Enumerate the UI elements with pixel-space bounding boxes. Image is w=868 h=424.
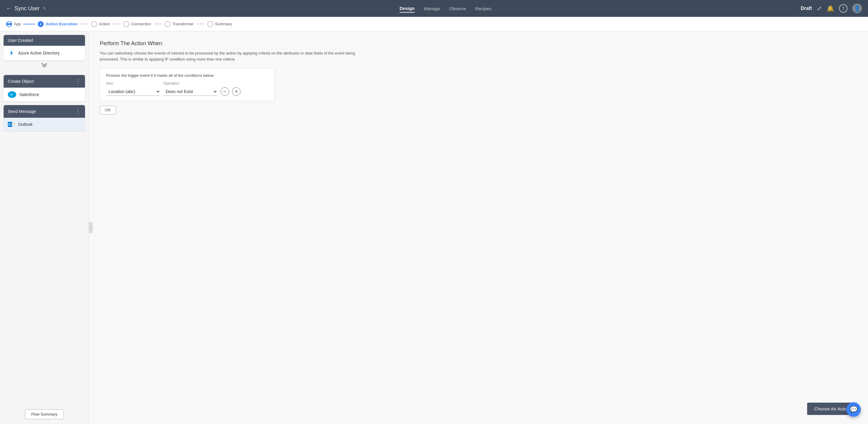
step-app-label: App — [14, 22, 21, 26]
tab-recipes[interactable]: Recipes — [475, 5, 492, 12]
create-object-card: Create Object ⋮ SF Salesforce — [4, 75, 85, 101]
step-action-execution[interactable]: ● Action Execution — [38, 21, 78, 27]
create-object-body[interactable]: SF Salesforce — [4, 88, 85, 101]
app-title: Sync User — [14, 5, 39, 12]
azure-icon — [8, 50, 15, 57]
tab-observe[interactable]: Observe — [449, 5, 466, 12]
create-object-title: Create Object — [8, 79, 34, 84]
back-button[interactable]: ← — [6, 5, 11, 12]
step-connection-circle — [123, 21, 129, 27]
content-description: You can selectively choose the events of… — [100, 50, 371, 62]
edit-icon[interactable]: ✎ — [42, 6, 46, 11]
tab-manage[interactable]: Manage — [424, 5, 440, 12]
send-message-body[interactable]: O Outlook — [4, 118, 85, 131]
or-button[interactable]: OR — [100, 106, 116, 115]
step-summary-label: Summary — [215, 22, 232, 26]
user-avatar[interactable]: 👤 — [852, 4, 862, 13]
chat-icon: 💬 — [849, 405, 858, 414]
draft-status: Draft — [801, 6, 812, 11]
trigger-card: User Created Azure Active Directory — [4, 35, 85, 60]
remove-condition-button[interactable]: − — [221, 87, 229, 96]
operation-label: Operation — [163, 81, 218, 86]
step-bar: App ● Action Execution Action Connection… — [0, 17, 868, 31]
salesforce-icon: SF — [8, 91, 16, 98]
condition-intro: Process the trigger event if it meets al… — [106, 73, 268, 78]
operation-select[interactable]: Does not Exist Exists Equals Not Equals … — [163, 88, 218, 96]
step-ae-label: Action Execution — [45, 22, 78, 26]
svg-text:O: O — [8, 123, 10, 126]
step-line-1 — [23, 24, 35, 24]
trigger-card-text: Azure Active Directory — [18, 51, 60, 56]
step-dots-4 — [155, 23, 161, 25]
step-summary-circle — [207, 21, 213, 27]
condition-labels: Item Operation — [106, 81, 268, 86]
content-title: Perform The Action When: — [100, 40, 857, 47]
send-message-text: Outlook — [18, 122, 33, 127]
chat-bubble[interactable]: 💬 — [846, 402, 861, 417]
create-object-menu[interactable]: ⋮ — [75, 78, 81, 85]
create-object-header: Create Object ⋮ — [4, 75, 85, 88]
step-app[interactable]: App — [6, 21, 21, 27]
trigger-card-title: User Created — [8, 38, 33, 43]
content-area: Perform The Action When: You can selecti… — [89, 31, 868, 424]
item-label: Item — [106, 81, 160, 86]
sidebar: User Created Azure Active Directory Cre — [0, 31, 89, 424]
help-icon[interactable]: ? — [839, 4, 847, 13]
step-ae-circle: ● — [38, 21, 44, 27]
main-layout: User Created Azure Active Directory Cre — [0, 31, 868, 424]
outlook-icon: O — [8, 121, 15, 127]
chevron-down-icon — [0, 60, 89, 71]
step-connection[interactable]: Connection — [123, 21, 151, 27]
sidebar-collapse-tab[interactable]: ‹ — [89, 222, 93, 233]
step-summary[interactable]: Summary — [207, 21, 232, 27]
send-message-menu[interactable]: ⋮ — [75, 108, 81, 115]
item-select[interactable]: Location (abc) Email Name Department — [106, 88, 160, 96]
step-transformer[interactable]: Transformer — [164, 21, 193, 27]
condition-box: Process the trigger event if it meets al… — [100, 68, 275, 101]
trigger-card-header: User Created — [4, 35, 85, 46]
condition-row: Location (abc) Email Name Department Doe… — [106, 87, 268, 96]
step-action[interactable]: Action — [91, 21, 110, 27]
step-app-circle — [6, 21, 12, 27]
bell-icon[interactable]: 🔔 — [827, 5, 834, 12]
step-transformer-label: Transformer — [173, 22, 193, 26]
step-dots-2 — [81, 23, 87, 25]
trigger-card-body[interactable]: Azure Active Directory — [4, 46, 85, 60]
step-transformer-circle — [164, 21, 170, 27]
step-dots-3 — [113, 23, 120, 25]
step-action-circle — [91, 21, 97, 27]
top-nav: ← Sync User ✎ Design Manage Observe Reci… — [0, 0, 868, 17]
send-message-header: Send Message ⋮ — [4, 105, 85, 118]
svg-text:SF: SF — [10, 94, 13, 96]
tab-design[interactable]: Design — [400, 4, 415, 13]
send-message-card: Send Message ⋮ O Outlook — [4, 105, 85, 131]
step-action-label: Action — [99, 22, 110, 26]
external-link-icon[interactable]: ⤢ — [817, 5, 822, 12]
collapse-icon: ‹ — [90, 226, 91, 229]
step-dots-5 — [197, 23, 204, 25]
send-message-title: Send Message — [8, 109, 36, 114]
nav-tabs: Design Manage Observe Recipes — [90, 4, 801, 13]
flow-summary-button[interactable]: Flow Summary — [25, 409, 64, 419]
step-connection-label: Connection — [131, 22, 151, 26]
create-object-text: Salesforce — [19, 92, 39, 97]
add-condition-button[interactable]: + — [232, 87, 241, 96]
